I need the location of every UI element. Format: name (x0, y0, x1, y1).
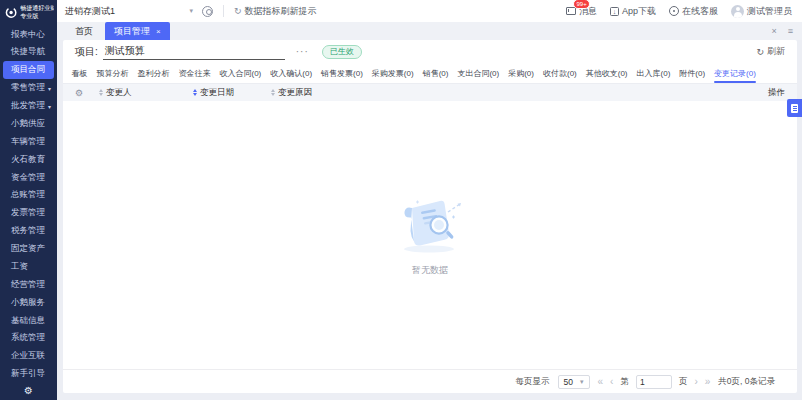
detail-tab[interactable]: 收付款(0) (538, 63, 581, 83)
column-label: 变更日期 (200, 87, 234, 99)
sidebar-nav-item[interactable]: 新手引导 ▾ (3, 365, 54, 383)
sidebar-nav-item[interactable]: 经营管理 ▾ (3, 276, 54, 294)
detail-tab[interactable]: 出入库(0) (632, 63, 675, 83)
detail-tab[interactable]: 附件(0) (675, 63, 710, 83)
sidebar-nav-item[interactable]: 系统管理 ▾ (3, 329, 54, 347)
pager: « ‹ 第 页 › » (598, 375, 711, 389)
detail-tab[interactable]: 支出合同(0) (453, 63, 504, 83)
content-area: 项目: 测试预算 ··· 已生效 ↻ 刷新 看板 预算分析 盈利分析 资金往来 … (57, 40, 802, 400)
floating-assistant-button[interactable] (787, 99, 802, 117)
sidebar-nav-item[interactable]: 工资 ▾ (3, 258, 54, 276)
sidebar-item-label: 发票管理 (11, 207, 45, 219)
customer-service-button[interactable]: 在线客服 (669, 5, 718, 18)
sidebar-nav-item[interactable]: 企业互联 ▾ (3, 347, 54, 365)
detail-tab[interactable]: 看板 (67, 63, 92, 83)
apps-icon[interactable] (202, 6, 213, 17)
detail-tab[interactable]: 采购(0) (504, 63, 539, 83)
brand-edition: 专业版 (20, 13, 54, 21)
sidebar-nav-item[interactable]: 税务管理 ▾ (3, 222, 54, 240)
sidebar-nav-item[interactable]: 资金管理 ▾ (3, 169, 54, 187)
detail-tab[interactable]: 资金往来 (174, 63, 215, 83)
sidebar-nav-item[interactable]: 小鹅服务 ▾ (3, 294, 54, 312)
detail-tab[interactable]: 盈利分析 (133, 63, 174, 83)
column-header-action: 操作 (745, 87, 785, 99)
detail-tab-label: 资金往来 (179, 68, 211, 79)
divider (223, 5, 224, 17)
sidebar-nav-item[interactable]: 基础信息 ▾ (3, 312, 54, 330)
per-page-select[interactable]: 50 ▾ (558, 375, 590, 389)
per-page-label: 每页显示 (516, 376, 550, 388)
sort-icon[interactable] (99, 89, 103, 97)
column-header-change-date[interactable]: 变更日期 (193, 87, 271, 99)
topbar: 进销存测试1 ▾ ↻ 数据指标刷新提示 消息 99+ ↓ App下载 在线客服 (57, 0, 802, 22)
detail-tab-label: 收入合同(0) (220, 68, 262, 79)
sidebar-nav-item[interactable]: 火石教育 ▾ (3, 151, 54, 169)
topbar-right: 消息 99+ ↓ App下载 在线客服 测试管理员 (566, 5, 792, 18)
username: 测试管理员 (747, 5, 792, 18)
demo-tip-link[interactable]: ↻ 数据指标刷新提示 (234, 5, 317, 18)
app-download-button[interactable]: ↓ App下载 (610, 5, 656, 18)
detail-tab[interactable]: 采购发票(0) (367, 63, 418, 83)
prev-page-button[interactable]: ‹ (610, 377, 613, 387)
detail-tab-label: 变更记录(0) (714, 68, 756, 79)
column-header-change-user[interactable]: 变更人 (99, 87, 193, 99)
sidebar-item-label: 企业互联 (11, 350, 45, 362)
sidebar-settings-gear-icon[interactable]: ⚙ (0, 383, 57, 400)
sidebar-nav-item[interactable]: 报表中心 ▾ (3, 26, 54, 44)
page-number-input[interactable] (636, 375, 672, 389)
column-settings-gear-icon[interactable]: ⚙ (75, 88, 99, 98)
detail-tab-label: 收付款(0) (543, 68, 577, 79)
sidebar-item-label: 批发管理 (11, 100, 45, 112)
tab-strip: 首页 项目管理 × × ≡ (57, 22, 802, 40)
tab-project-label: 项目管理 (114, 25, 150, 38)
detail-tab-label: 附件(0) (679, 68, 705, 79)
refresh-button[interactable]: ↻ 刷新 (756, 45, 785, 58)
messages-button[interactable]: 消息 99+ (566, 5, 597, 18)
sort-icon-active[interactable] (193, 89, 197, 97)
sidebar-nav-item[interactable]: 小鹅供应 ▾ (3, 115, 54, 133)
status-badge: 已生效 (322, 45, 362, 59)
sidebar-nav-item[interactable]: 零售管理 ▾ (3, 79, 54, 97)
sidebar-item-label: 固定资产 (11, 243, 45, 255)
tab-home[interactable]: 首页 (63, 25, 105, 38)
project-name-field[interactable]: 测试预算 (103, 44, 285, 60)
next-page-button[interactable]: › (694, 377, 697, 387)
brand-text: 畅捷通好业财 专业版 (20, 5, 54, 21)
column-header-change-reason[interactable]: 变更原因 (271, 87, 745, 99)
close-all-tabs-icon[interactable]: × (771, 26, 776, 36)
sidebar-nav-item[interactable]: 快捷导航 ▾ (3, 43, 54, 61)
sidebar-item-label: 报表中心 (11, 29, 45, 41)
sidebar-nav-item[interactable]: 固定资产 ▾ (3, 240, 54, 258)
sidebar-nav-item[interactable]: 发票管理 ▾ (3, 204, 54, 222)
sidebar-nav-item[interactable]: 批发管理 ▾ (3, 97, 54, 115)
detail-tab[interactable]: 收入合同(0) (215, 63, 266, 83)
page-prefix-label: 第 (620, 376, 629, 388)
last-page-button[interactable]: » (705, 377, 711, 387)
tab-list-menu-icon[interactable]: ≡ (788, 26, 793, 36)
tab-project-active[interactable]: 项目管理 × (105, 22, 170, 40)
detail-tab[interactable]: 收入确认(0) (266, 63, 317, 83)
more-options-icon[interactable]: ··· (296, 46, 309, 57)
detail-tab[interactable]: 销售(0) (418, 63, 453, 83)
detail-tab[interactable]: 其他收支(0) (581, 63, 632, 83)
tabstrip-tools: × ≡ (771, 26, 802, 36)
sidebar-item-label: 资金管理 (11, 172, 45, 184)
sidebar-item-label: 基础信息 (11, 315, 45, 327)
sidebar-nav-item[interactable]: 总账管理 ▾ (3, 186, 54, 204)
sidebar-item-label: 经营管理 (11, 279, 45, 291)
project-detail-card: 项目: 测试预算 ··· 已生效 ↻ 刷新 看板 预算分析 盈利分析 资金往来 … (63, 40, 797, 393)
detail-tab[interactable]: 预算分析 (92, 63, 133, 83)
detail-tab[interactable]: 变更记录(0) (710, 63, 761, 83)
first-page-button[interactable]: « (598, 377, 604, 387)
tab-close-icon[interactable]: × (156, 27, 161, 36)
sidebar-nav-item[interactable]: 项目合同 ▾ (3, 61, 54, 79)
pagination-footer: 每页显示 50 ▾ « ‹ 第 页 › » 共0页, 0条记录 (63, 369, 797, 393)
sidebar-nav-item[interactable]: 车辆管理 ▾ (3, 133, 54, 151)
detail-tab[interactable]: 销售发票(0) (317, 63, 368, 83)
org-selector[interactable]: 进销存测试1 ▾ (65, 5, 193, 18)
brand-logo-row[interactable]: 畅捷通好业财 专业版 (0, 0, 57, 24)
detail-tab-label: 预算分析 (97, 68, 129, 79)
user-menu[interactable]: 测试管理员 (731, 5, 792, 18)
refresh-icon: ↻ (234, 6, 242, 16)
sort-icon[interactable] (271, 89, 275, 97)
